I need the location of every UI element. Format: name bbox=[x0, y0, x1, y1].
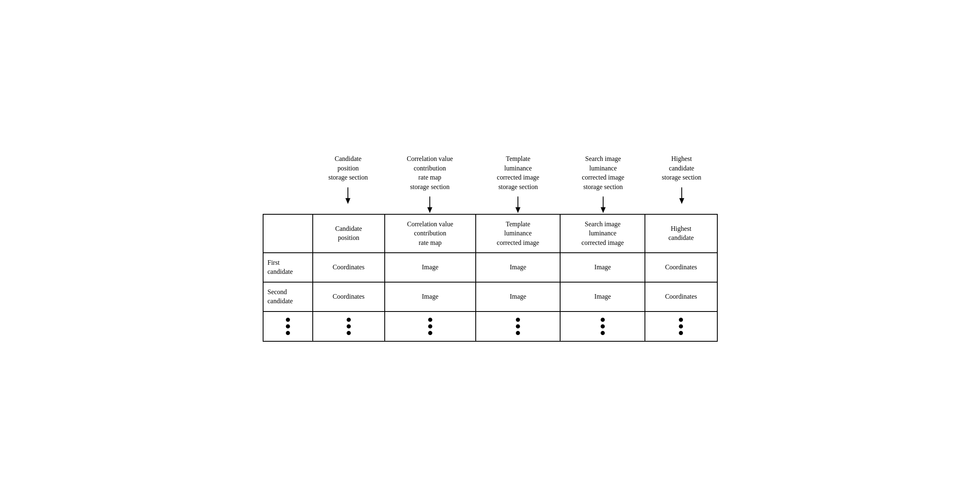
header-template-luminance-label: Templateluminancecorrected imagestorage … bbox=[479, 154, 557, 195]
dot-11 bbox=[516, 324, 520, 328]
cell-first-search: Image bbox=[561, 253, 645, 282]
header-highest-candidate-label: Highestcandidatestorage section bbox=[649, 154, 714, 185]
dot-16 bbox=[679, 318, 683, 322]
header-search-luminance: Search imageluminancecorrected imagestor… bbox=[561, 154, 645, 213]
table: Candidateposition Correlation valuecontr… bbox=[263, 214, 718, 342]
row-label-first-candidate: Firstcandidate bbox=[264, 253, 313, 282]
dot-15 bbox=[601, 331, 605, 335]
header-template-luminance: Templateluminancecorrected imagestorage … bbox=[476, 154, 561, 213]
cell-first-candidate-position: Coordinates bbox=[313, 253, 385, 282]
dot-1 bbox=[286, 318, 290, 322]
arrow-search-luminance bbox=[564, 196, 642, 213]
dot-8 bbox=[428, 324, 432, 328]
table-row-first-candidate: Firstcandidate Coordinates Image Image I… bbox=[264, 253, 717, 283]
dot-4 bbox=[347, 318, 351, 322]
cell-dots-label bbox=[264, 312, 313, 341]
cell-dots-candidate-position bbox=[313, 312, 385, 341]
dot-5 bbox=[347, 324, 351, 328]
diagram-container: Candidatepositionstorage section Correla… bbox=[263, 154, 718, 341]
cell-second-search: Image bbox=[561, 283, 645, 311]
dot-10 bbox=[516, 318, 520, 322]
table-row-dots bbox=[264, 312, 717, 341]
dot-13 bbox=[601, 318, 605, 322]
table-header-template-luminance: Templateluminancecorrected image bbox=[476, 215, 561, 252]
header-highest-candidate: Highestcandidatestorage section bbox=[646, 154, 718, 213]
cell-second-highest: Coordinates bbox=[645, 283, 716, 311]
table-row-second-candidate: Secondcandidate Coordinates Image Image … bbox=[264, 283, 717, 312]
header-columns: Candidatepositionstorage section Correla… bbox=[312, 154, 718, 213]
dot-18 bbox=[679, 331, 683, 335]
dot-2 bbox=[286, 324, 290, 328]
dot-9 bbox=[428, 331, 432, 335]
cell-dots-template bbox=[476, 312, 561, 341]
cell-dots-highest bbox=[645, 312, 716, 341]
header-search-luminance-label: Search imageluminancecorrected imagestor… bbox=[564, 154, 642, 195]
dot-14 bbox=[601, 324, 605, 328]
dot-12 bbox=[516, 331, 520, 335]
svg-marker-7 bbox=[601, 207, 606, 213]
svg-marker-1 bbox=[345, 198, 350, 204]
cell-first-correlation: Image bbox=[385, 253, 476, 282]
table-header-correlation: Correlation valuecontributionrate map bbox=[385, 215, 476, 252]
table-header-row: Candidateposition Correlation valuecontr… bbox=[264, 215, 717, 253]
cell-second-candidate-position: Coordinates bbox=[313, 283, 385, 311]
cell-first-template: Image bbox=[476, 253, 561, 282]
cell-dots-correlation bbox=[385, 312, 476, 341]
svg-marker-5 bbox=[515, 207, 520, 213]
svg-marker-3 bbox=[427, 207, 432, 213]
cell-second-template: Image bbox=[476, 283, 561, 311]
header-correlation: Correlation valuecontributionrate mapsto… bbox=[384, 154, 475, 213]
header-correlation-label: Correlation valuecontributionrate mapsto… bbox=[387, 154, 472, 195]
table-header-highest-candidate: Highestcandidate bbox=[645, 215, 716, 252]
table-header-search-luminance: Search imageluminancecorrected image bbox=[561, 215, 645, 252]
table-header-empty bbox=[264, 215, 313, 252]
table-header-candidate-position: Candidateposition bbox=[313, 215, 385, 252]
row-label-second-candidate: Secondcandidate bbox=[264, 283, 313, 311]
header-candidate-position: Candidatepositionstorage section bbox=[312, 154, 384, 213]
dot-3 bbox=[286, 331, 290, 335]
cell-second-correlation: Image bbox=[385, 283, 476, 311]
dot-17 bbox=[679, 324, 683, 328]
svg-marker-9 bbox=[679, 198, 684, 204]
arrow-correlation bbox=[387, 196, 472, 213]
header-labels-row: Candidatepositionstorage section Correla… bbox=[263, 154, 718, 214]
header-candidate-position-label: Candidatepositionstorage section bbox=[316, 154, 381, 185]
dot-7 bbox=[428, 318, 432, 322]
cell-first-highest: Coordinates bbox=[645, 253, 716, 282]
arrow-highest-candidate bbox=[649, 187, 714, 204]
arrow-candidate-position bbox=[316, 187, 381, 204]
dot-6 bbox=[347, 331, 351, 335]
arrow-template-luminance bbox=[479, 196, 557, 213]
cell-dots-search bbox=[561, 312, 645, 341]
